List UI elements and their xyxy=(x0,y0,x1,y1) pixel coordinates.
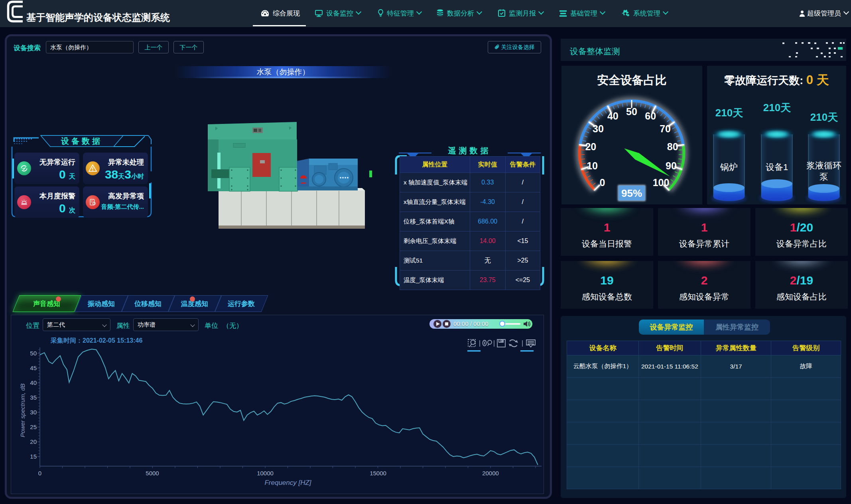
svg-text:50: 50 xyxy=(30,350,37,357)
svg-text:15: 15 xyxy=(30,453,37,460)
svg-text:45: 45 xyxy=(30,365,37,371)
svg-text:35: 35 xyxy=(30,394,37,401)
svg-text:100: 100 xyxy=(653,177,670,188)
svg-text:Frequency [HZ]: Frequency [HZ] xyxy=(264,479,311,486)
svg-text:20000: 20000 xyxy=(482,470,499,477)
svg-text:0: 0 xyxy=(38,470,41,477)
svg-text:25: 25 xyxy=(30,424,37,430)
svg-text:40: 40 xyxy=(607,110,619,122)
svg-text:30: 30 xyxy=(30,409,37,416)
svg-text:锅炉: 锅炉 xyxy=(720,162,738,172)
svg-text:10000: 10000 xyxy=(257,470,274,477)
svg-text:20: 20 xyxy=(30,438,37,445)
svg-text:95%: 95% xyxy=(621,187,642,199)
svg-text:15000: 15000 xyxy=(370,470,386,477)
svg-text:30: 30 xyxy=(593,123,604,134)
svg-text:泵: 泵 xyxy=(819,172,828,182)
svg-text:80: 80 xyxy=(667,141,678,152)
svg-text:90: 90 xyxy=(666,160,677,171)
svg-text:10: 10 xyxy=(587,160,598,171)
svg-text:Power spectrum, dB: Power spectrum, dB xyxy=(19,383,26,437)
svg-text:50: 50 xyxy=(626,106,637,117)
svg-text:60: 60 xyxy=(645,110,656,122)
svg-text:0: 0 xyxy=(600,177,605,188)
svg-text:20: 20 xyxy=(585,141,596,152)
svg-text:设备1: 设备1 xyxy=(766,162,788,172)
svg-text:70: 70 xyxy=(660,123,671,134)
svg-text:40: 40 xyxy=(30,379,37,386)
svg-text:5000: 5000 xyxy=(146,470,159,477)
svg-text:浆液循环: 浆液循环 xyxy=(806,161,841,171)
